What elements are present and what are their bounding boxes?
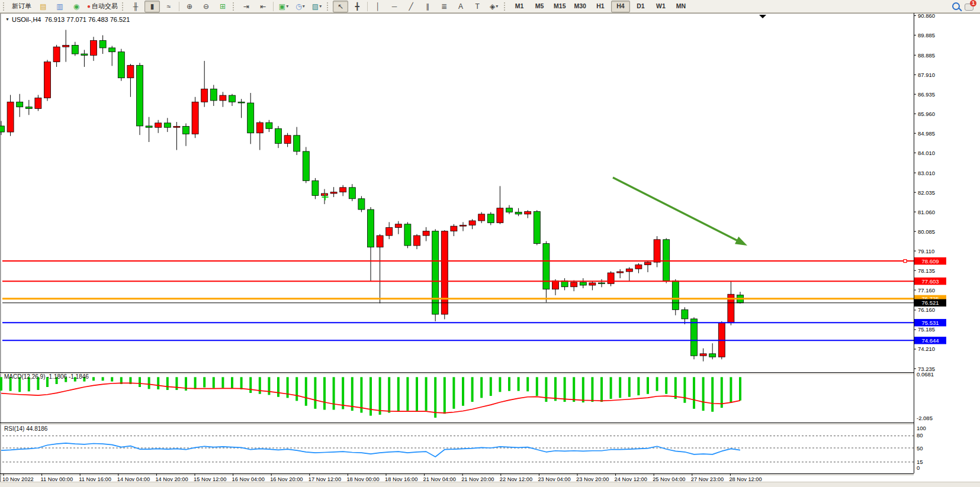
- market-watch-icon[interactable]: ▤: [36, 1, 51, 12]
- time-label: 11 Nov 00:00: [41, 476, 73, 482]
- tab-h1[interactable]: H1: [591, 1, 610, 12]
- price-tick-label: 79.110: [918, 248, 934, 254]
- text-tool-icon[interactable]: A: [453, 1, 468, 12]
- text-label-icon[interactable]: T: [470, 1, 485, 12]
- candle-body: [682, 309, 688, 319]
- tab-h4[interactable]: H4: [611, 1, 630, 12]
- chart-canvas[interactable]: 90.86089.88588.88587.91086.93585.96084.9…: [0, 13, 980, 482]
- tab-d1[interactable]: D1: [631, 1, 650, 12]
- price-tick-label: 82.035: [918, 189, 935, 196]
- autotrading-button[interactable]: ● 自动交易: [85, 1, 120, 12]
- price-tick-label: 83.010: [918, 170, 935, 176]
- data-window-icon[interactable]: ▥: [52, 1, 68, 12]
- status-bar: [0, 482, 980, 487]
- candle-body: [497, 208, 503, 223]
- new-chart-button[interactable]: ▣▾: [276, 1, 291, 12]
- tab-mn[interactable]: MN: [671, 1, 690, 12]
- trendline-icon[interactable]: ╱: [403, 1, 419, 12]
- candle-body: [312, 180, 319, 195]
- time-label: 14 Nov 20:00: [155, 476, 188, 482]
- candle-body: [155, 123, 162, 127]
- dropdown-arrow-icon: ▾: [303, 4, 305, 9]
- signals-icon[interactable]: ◉: [69, 1, 84, 12]
- candle-body: [451, 226, 457, 231]
- candle-body: [303, 151, 309, 180]
- price-tick-label: 75.185: [918, 326, 935, 333]
- bar-chart-icon[interactable]: ╫: [128, 1, 143, 12]
- search-icon[interactable]: [952, 2, 960, 10]
- tab-w1[interactable]: W1: [651, 1, 670, 12]
- candle-body: [0, 126, 5, 132]
- tab-m30[interactable]: M30: [570, 1, 589, 12]
- toolbar-group-handle: [233, 2, 236, 11]
- price-tick-label: 84.985: [918, 130, 935, 137]
- vertical-line-icon[interactable]: │: [370, 1, 385, 12]
- toolbar-drag-handle: [3, 2, 7, 11]
- dropdown-arrow-icon: ▾: [286, 4, 288, 9]
- candle-body: [322, 193, 328, 195]
- candle-body: [487, 214, 494, 223]
- new-order-button[interactable]: 新订单: [9, 1, 34, 12]
- price-tick-label: 76.160: [918, 307, 935, 313]
- chart-shift-icon[interactable]: ⇤: [255, 1, 271, 12]
- candle-body: [571, 282, 577, 287]
- candle-body: [525, 211, 531, 214]
- tile-windows-icon[interactable]: ⊞: [215, 1, 230, 12]
- tab-m15[interactable]: M15: [550, 1, 569, 12]
- zoom-out-icon[interactable]: ⊖: [198, 1, 214, 12]
- zoom-in-icon[interactable]: ⊕: [182, 1, 197, 12]
- time-label: 24 Nov 12:00: [615, 476, 647, 482]
- candle-body: [173, 127, 180, 128]
- candle-body: [441, 231, 448, 314]
- price-level-74.644-badge-label: 74.644: [921, 337, 939, 344]
- candle-body: [340, 188, 346, 192]
- candle-body: [192, 102, 198, 134]
- periods-button[interactable]: ◷▾: [293, 1, 308, 12]
- horizontal-line-icon[interactable]: ─: [387, 1, 402, 12]
- auto-scroll-icon[interactable]: ⇥: [239, 1, 254, 12]
- price-level-78.609-badge-label: 78.609: [921, 258, 939, 265]
- template-button[interactable]: ▨▾: [309, 1, 324, 12]
- price-tick-label: 86.935: [918, 91, 935, 98]
- cursor-icon[interactable]: ↖: [333, 1, 348, 12]
- time-label: 16 Nov 20:00: [270, 476, 303, 482]
- candle-body: [210, 89, 217, 101]
- crosshair-icon[interactable]: ╋: [349, 1, 365, 12]
- fibonacci-icon[interactable]: ≣: [436, 1, 452, 12]
- candle-body: [432, 231, 439, 314]
- candle-body: [377, 236, 383, 247]
- candle-body: [506, 208, 513, 212]
- notification-badge: 1: [970, 0, 976, 7]
- candle-body: [663, 240, 670, 281]
- macd-label: MACD(12,26,9) -1.1806 -1.1846: [4, 373, 89, 380]
- candle-body: [248, 103, 254, 133]
- shapes-button[interactable]: ◈▾: [486, 1, 502, 12]
- candle-body: [183, 127, 189, 134]
- time-label: 25 Nov 04:00: [653, 476, 685, 482]
- candle-body: [589, 283, 596, 285]
- toolbar-group-handle: [504, 2, 507, 11]
- chart-ohlc-values: 76.913 77.071 76.483 76.521: [45, 16, 130, 23]
- time-label: 11 Nov 16:00: [79, 476, 111, 482]
- current-price-badge-label: 76.521: [921, 299, 939, 306]
- rsi-level-80: 80: [917, 432, 923, 438]
- candle-body: [515, 212, 522, 214]
- candle-body: [118, 52, 124, 78]
- time-label: 28 Nov 12:00: [729, 476, 761, 482]
- notifications-button[interactable]: 1: [965, 2, 975, 11]
- candle-body: [635, 265, 642, 269]
- chart-menu-icon[interactable]: ▼: [5, 17, 9, 21]
- line-chart-icon[interactable]: ≈: [161, 1, 176, 12]
- tab-m5[interactable]: M5: [530, 1, 549, 12]
- candlestick-chart-icon[interactable]: ▮: [144, 1, 160, 12]
- price-tick-label: 90.860: [918, 13, 935, 19]
- candle-body: [423, 231, 429, 236]
- candle-body: [404, 224, 411, 246]
- candle-body: [330, 192, 337, 193]
- tab-m1[interactable]: M1: [510, 1, 529, 12]
- candle-body: [414, 236, 420, 246]
- candle-body: [44, 62, 51, 98]
- equidistant-channel-icon[interactable]: ∥: [420, 1, 435, 12]
- candle-body: [543, 244, 550, 289]
- time-label: 15 Nov 12:00: [194, 476, 226, 482]
